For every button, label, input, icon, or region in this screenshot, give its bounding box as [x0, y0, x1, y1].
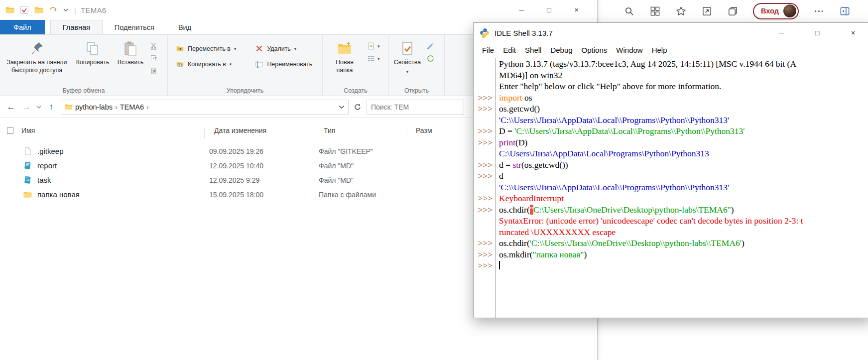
- copy-button[interactable]: Копировать: [72, 37, 114, 67]
- ribbon-group-clipboard: Закрепить на панели быстрого доступа Коп…: [0, 35, 168, 96]
- shell-code: KeyboardInterrupt: [496, 193, 564, 204]
- close-button[interactable]: ×: [563, 0, 590, 20]
- properties-button[interactable]: Свойства ▾: [391, 37, 424, 75]
- cut-icon[interactable]: [150, 42, 158, 50]
- signin-button[interactable]: Вход: [753, 3, 799, 19]
- idle-menubar: FileEditShellDebugOptionsWindowHelp: [474, 43, 868, 57]
- qat-undo-icon[interactable]: [48, 5, 58, 15]
- dropdown-caret: ▾: [294, 46, 297, 51]
- menu-help[interactable]: Help: [647, 46, 672, 54]
- move-to-button[interactable]: Переместить в ▾: [173, 43, 239, 54]
- shell-prompt: >>>: [474, 125, 496, 137]
- edit-icon[interactable]: [426, 42, 435, 50]
- forward-button[interactable]: →: [20, 102, 32, 112]
- paste-button[interactable]: Вставить: [114, 37, 147, 67]
- idle-title: IDLE Shell 3.13.7: [495, 29, 553, 37]
- favorites-star-icon[interactable]: [675, 5, 687, 17]
- breadcrumb[interactable]: python-labs›ТЕМА6›: [61, 100, 349, 115]
- shell-lines[interactable]: Python 3.13.7 (tags/v3.13.7:bcee1c3, Aug…: [474, 57, 868, 318]
- breadcrumb-item[interactable]: python-labs: [75, 103, 113, 111]
- idle-titlebar: IDLE Shell 3.13.7 ─ □ ×: [474, 23, 868, 43]
- move-to-icon: [176, 44, 184, 53]
- idle-close-button[interactable]: ×: [835, 23, 868, 43]
- tab-grid-icon[interactable]: [649, 5, 661, 17]
- pin-to-quick-access-button[interactable]: Закрепить на панели быстрого доступа: [2, 37, 72, 74]
- shell-line: Python 3.13.7 (tags/v3.13.7:bcee1c3, Aug…: [474, 58, 868, 70]
- copy-path-icon[interactable]: [150, 54, 158, 63]
- shell-prompt: [474, 70, 496, 81]
- breadcrumb-item[interactable]: ТЕМА6: [120, 103, 144, 111]
- history-icon[interactable]: [426, 54, 435, 63]
- new-folder-label: Новая папка: [328, 59, 362, 74]
- more-options-icon[interactable]: [813, 5, 825, 17]
- tab-share[interactable]: Поделиться: [103, 20, 166, 34]
- menu-window[interactable]: Window: [612, 46, 647, 54]
- maximize-button[interactable]: □: [535, 0, 563, 20]
- shell-line: >>>print(D): [474, 137, 868, 148]
- shell-prompt: >>>: [474, 92, 496, 104]
- column-date-modified[interactable]: Дата изменения: [209, 126, 319, 134]
- menu-options[interactable]: Options: [577, 46, 612, 54]
- shell-code: 'C:\\Users\\Лиза\\AppData\\Local\\Progra…: [496, 182, 729, 193]
- menu-file[interactable]: File: [478, 46, 498, 54]
- qat-properties-icon[interactable]: [19, 5, 29, 15]
- new-folder-button[interactable]: Новая папка: [325, 37, 365, 74]
- crumb-items: python-labs›ТЕМА6›: [75, 103, 151, 112]
- shell-prompt: [474, 182, 496, 193]
- qat-new-folder-icon[interactable]: [34, 5, 44, 15]
- copy-to-button[interactable]: Копировать в ▾: [173, 59, 239, 69]
- shell-code: MD64)] on win32: [496, 70, 562, 81]
- menu-debug[interactable]: Debug: [546, 46, 577, 54]
- select-all-checkbox[interactable]: [7, 127, 13, 134]
- profile-avatar: [783, 4, 796, 17]
- shell-code: d = str(os.getcwd()): [496, 159, 568, 171]
- up-button[interactable]: ↑: [45, 102, 57, 112]
- delete-button[interactable]: Удалить ▾: [252, 43, 315, 54]
- column-name[interactable]: Имя: [21, 126, 35, 134]
- shell-prompt: [474, 148, 496, 159]
- shell-code: os.getcwd(): [496, 103, 540, 115]
- shell-line: >>>d: [474, 170, 868, 182]
- address-folder-icon: [64, 103, 73, 111]
- signin-label: Вход: [761, 7, 779, 15]
- rename-icon: [255, 60, 263, 68]
- menu-edit[interactable]: Edit: [498, 46, 520, 54]
- rename-button[interactable]: Переименовать: [252, 59, 315, 69]
- shell-prompt: >>>: [474, 249, 496, 260]
- file-name: .gitkeep: [37, 147, 64, 155]
- idle-maximize-button[interactable]: □: [799, 23, 835, 43]
- qat-customize-chevron-icon[interactable]: [63, 7, 69, 13]
- easy-access-button[interactable]: ▾: [367, 54, 380, 63]
- browser-toolbar: Вход: [598, 0, 868, 22]
- address-dropdown-icon[interactable]: [338, 104, 345, 111]
- shell-line: 'C:\\Users\\Лиза\\AppData\\Local\\Progra…: [474, 182, 868, 193]
- tab-file[interactable]: Файл: [0, 20, 45, 34]
- menu-shell[interactable]: Shell: [520, 46, 546, 54]
- python-logo-icon: [480, 28, 490, 38]
- file-name-cell: папка новая: [0, 190, 209, 199]
- rename-label: Переименовать: [267, 61, 312, 68]
- shell-prompt: >>>: [474, 260, 496, 271]
- minimize-button[interactable]: ─: [508, 0, 535, 20]
- sidebar-panel-icon[interactable]: [839, 5, 851, 17]
- refresh-icon[interactable]: [353, 103, 362, 112]
- search-input[interactable]: [371, 103, 460, 111]
- column-type[interactable]: Тип: [319, 126, 411, 134]
- properties-icon: [399, 40, 415, 56]
- shell-prompt: >>>: [474, 159, 496, 171]
- recent-locations-chevron-icon[interactable]: [36, 104, 42, 110]
- tab-view[interactable]: Вид: [166, 20, 203, 34]
- delete-label: Удалить: [267, 45, 290, 52]
- back-button[interactable]: ←: [5, 102, 17, 112]
- idle-minimize-button[interactable]: ─: [763, 23, 799, 43]
- search-icon[interactable]: [623, 5, 635, 17]
- collections-icon[interactable]: [727, 5, 739, 17]
- extensions-icon[interactable]: [701, 5, 713, 17]
- tab-home[interactable]: Главная: [50, 20, 103, 34]
- new-item-button[interactable]: ▾: [367, 42, 380, 50]
- shell-code: Python 3.13.7 (tags/v3.13.7:bcee1c3, Aug…: [496, 58, 796, 70]
- new-folder-icon: [337, 40, 353, 56]
- shell-line: >>>os.chdir("C:\Users\Лиза\OneDrive\Desk…: [474, 204, 868, 216]
- paste-shortcut-icon[interactable]: [150, 67, 158, 75]
- move-to-label: Переместить в: [188, 45, 231, 52]
